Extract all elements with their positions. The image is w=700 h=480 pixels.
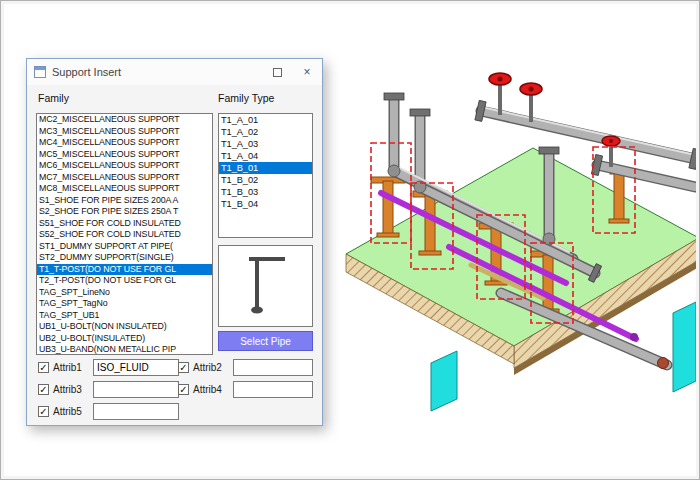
family-item[interactable]: UB1_U-BOLT(NON INSULATED) xyxy=(37,321,212,333)
attrib4-label: Attrib4 xyxy=(193,384,229,395)
family-item[interactable]: S1_SHOE FOR PIPE SIZES 200A A xyxy=(37,195,212,207)
screenshot-root: Support Insert × Family Family Type MC2_… xyxy=(0,0,700,480)
app-icon xyxy=(34,66,46,78)
attrib4-checkbox[interactable]: ✓ xyxy=(178,384,189,395)
family-item[interactable]: MC8_MISCELLANEOUS SUPPORT xyxy=(37,183,212,195)
window-title: Support Insert xyxy=(52,66,262,78)
family-item[interactable]: TAG_SPT_UB1 xyxy=(37,310,212,322)
family-type-label: Family Type xyxy=(218,92,274,104)
t-post-preview-icon xyxy=(219,246,312,326)
family-item[interactable]: MC3_MISCELLANEOUS SUPPORT xyxy=(37,126,212,138)
attrib3-label: Attrib3 xyxy=(53,384,89,395)
maximize-button[interactable] xyxy=(262,59,292,85)
family-type-item-selected[interactable]: T1_B_01 xyxy=(219,162,312,174)
family-item[interactable]: MC2_MISCELLANEOUS SUPPORT xyxy=(37,114,212,126)
select-pipe-button[interactable]: Select Pipe xyxy=(218,331,313,351)
family-item[interactable]: S52_SHOE FOR COLD INSULATED xyxy=(37,229,212,241)
attrib2-input[interactable] xyxy=(233,359,313,376)
family-item[interactable]: TAG_SPT_LineNo xyxy=(37,287,212,299)
attrib5-label: Attrib5 xyxy=(53,406,89,417)
family-type-item[interactable]: T1_B_03 xyxy=(219,186,312,198)
family-type-listbox[interactable]: T1_A_01 T1_A_02 T1_A_03 T1_A_04 T1_B_01 … xyxy=(218,113,313,238)
family-label: Family xyxy=(38,92,69,104)
pipe-end-cap xyxy=(658,358,669,369)
attrib2-label: Attrib2 xyxy=(193,362,229,373)
cad-3d-view[interactable] xyxy=(331,51,696,441)
attrib5-checkbox[interactable]: ✓ xyxy=(38,406,49,417)
family-item[interactable]: MC6_MISCELLANEOUS SUPPORT xyxy=(37,160,212,172)
purple-pipe-end-cap xyxy=(630,333,638,341)
attrib5-input[interactable] xyxy=(93,403,179,420)
preview-panel xyxy=(218,245,313,327)
family-type-item[interactable]: T1_A_02 xyxy=(219,126,312,138)
family-item[interactable]: UB3_U-BAND(NON METALLIC PIP xyxy=(37,344,212,355)
family-listbox[interactable]: MC2_MISCELLANEOUS SUPPORT MC3_MISCELLANE… xyxy=(36,113,213,355)
family-item[interactable]: ST2_DUMMY SUPPORT(SINGLE) xyxy=(37,252,212,264)
family-type-item[interactable]: T1_A_01 xyxy=(219,114,312,126)
family-type-item[interactable]: T1_A_04 xyxy=(219,150,312,162)
close-button[interactable]: × xyxy=(292,59,322,85)
family-type-item[interactable]: T1_A_03 xyxy=(219,138,312,150)
attrib3-checkbox[interactable]: ✓ xyxy=(38,384,49,395)
family-type-item[interactable]: T1_B_04 xyxy=(219,198,312,210)
family-item[interactable]: S2_SHOE FOR PIPE SIZES 250A T xyxy=(37,206,212,218)
attrib4-input[interactable] xyxy=(233,381,313,398)
girder-icon[interactable] xyxy=(673,302,696,392)
attrib3-input[interactable] xyxy=(93,381,179,398)
family-item[interactable]: S51_SHOE FOR COLD INSULATED xyxy=(37,218,212,230)
family-item[interactable]: MC5_MISCELLANEOUS SUPPORT xyxy=(37,149,212,161)
titlebar[interactable]: Support Insert × xyxy=(27,59,322,85)
family-item[interactable]: ST1_DUMMY SUPPORT AT PIPE( xyxy=(37,241,212,253)
family-item[interactable]: MC7_MISCELLANEOUS SUPPORT xyxy=(37,172,212,184)
maximize-icon xyxy=(273,68,282,77)
family-item[interactable]: UB2_U-BOLT(INSULATED) xyxy=(37,333,212,345)
girder-icon[interactable] xyxy=(431,351,457,411)
attrib1-checkbox[interactable]: ✓ xyxy=(38,362,49,373)
attrib1-input[interactable] xyxy=(93,359,179,376)
family-type-item[interactable]: T1_B_02 xyxy=(219,174,312,186)
family-item[interactable]: TAG_SPT_TagNo xyxy=(37,298,212,310)
attrib1-label: Attrib1 xyxy=(53,362,89,373)
family-item[interactable]: MC4_MISCELLANEOUS SUPPORT xyxy=(37,137,212,149)
family-item[interactable]: T2_T-POST(DO NOT USE FOR GL xyxy=(37,275,212,287)
family-item-selected[interactable]: T1_T-POST(DO NOT USE FOR GL xyxy=(37,264,212,276)
support-insert-dialog: Support Insert × Family Family Type MC2_… xyxy=(26,58,323,426)
attrib2-checkbox[interactable]: ✓ xyxy=(178,362,189,373)
